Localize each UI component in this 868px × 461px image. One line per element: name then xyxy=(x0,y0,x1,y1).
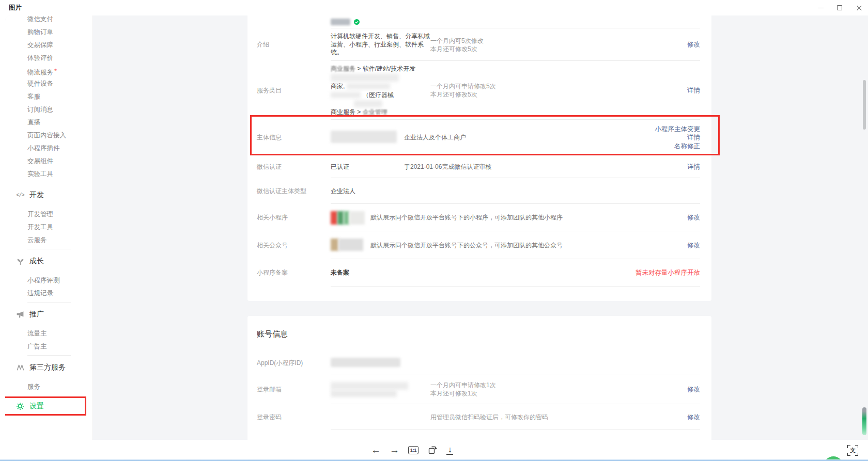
related-oa-desc: 默认展示同个微信开放平台账号下的公众号，可添加团队的其他公众号 xyxy=(370,241,563,250)
intro-note: 一个月内可5次修改 本月还可修改5次 xyxy=(430,37,484,53)
maximize-icon xyxy=(837,5,842,10)
sidebar-item-label: 小程序插件 xyxy=(27,145,60,152)
sidebar-item-交易保障[interactable]: 交易保障 xyxy=(5,39,92,52)
close-button[interactable] xyxy=(856,4,863,11)
sidebar-item-设置[interactable]: 设置 xyxy=(5,396,86,416)
email-modify-link[interactable]: 修改 xyxy=(687,385,700,394)
related-oa-logo-blurred xyxy=(331,239,370,252)
sidebar-item-直播[interactable]: 直播 xyxy=(5,116,92,129)
sidebar-item-小程序插件[interactable]: 小程序插件 xyxy=(5,142,92,155)
related-mp-label: 相关小程序 xyxy=(257,213,331,222)
login-password-row: 登录密码 用管理员微信扫码验证后，可修改你的密码 修改 xyxy=(247,404,711,430)
sidebar-item-开发工具[interactable]: 开发工具 xyxy=(5,221,92,234)
actual-size-button[interactable]: 1:1 xyxy=(408,446,419,454)
sidebar-divider xyxy=(27,249,71,249)
window-title: 图片 xyxy=(9,4,22,12)
subject-detail-link[interactable]: 详情 xyxy=(655,133,701,142)
verify-detail-link[interactable]: 详情 xyxy=(687,163,700,171)
sprout-icon xyxy=(16,257,24,265)
related-oa-label: 相关公众号 xyxy=(257,241,331,250)
intro-label: 介绍 xyxy=(257,40,331,49)
category-detail-link[interactable]: 详情 xyxy=(687,86,700,95)
sidebar-item-label: 服务 xyxy=(27,383,40,390)
sidebar-item-微信支付[interactable]: 微信支付 xyxy=(5,15,92,26)
subject-type: 企业法人及个体工商户 xyxy=(404,133,466,142)
sidebar-item-小程序评测[interactable]: 小程序评测 xyxy=(5,274,92,287)
sidebar-section-label: 第三方服务 xyxy=(29,363,66,372)
sidebar-item-违规记录[interactable]: 违规记录 xyxy=(5,287,92,300)
sidebar-item-成长[interactable]: 成长 xyxy=(5,253,92,269)
verify-type-value: 企业法人 xyxy=(331,187,430,196)
subject-links: 小程序主体变更 详情 名称修正 xyxy=(655,125,701,151)
maximize-button[interactable] xyxy=(836,4,844,11)
sidebar-item-label: 直播 xyxy=(27,119,40,126)
subject-info-row: 主体信息 企业法人及个体工商户 小程序主体变更 详情 名称修正 xyxy=(247,120,711,155)
related-oa-modify-link[interactable]: 修改 xyxy=(687,241,700,250)
sidebar-item-label: 开发工具 xyxy=(27,224,53,231)
category-blur-2 xyxy=(354,100,382,107)
login-email-row: 登录邮箱 一个月内可申请修改1次 本月还可修改1次 修改 xyxy=(247,374,711,404)
verify-type-label: 微信认证主体类型 xyxy=(257,187,331,196)
password-desc: 用管理员微信扫码验证后，可修改你的密码 xyxy=(430,413,548,421)
sidebar-item-购物订单[interactable]: 购物订单 xyxy=(5,26,92,39)
filing-warn-link[interactable]: 暂未对存量小程序开放 xyxy=(636,268,700,277)
email-note: 一个月内可申请修改1次 本月还可修改1次 xyxy=(430,381,496,398)
settings-card: 介绍 计算机软硬件开发、销售、分享私域 运营、小程序、行业案例、软件系 统。 一… xyxy=(247,15,711,301)
sidebar-item-订阅消息[interactable]: 订阅消息 xyxy=(5,103,92,116)
sidebar-item-云服务[interactable]: 云服务 xyxy=(5,234,92,247)
sidebar-item-label: 订阅消息 xyxy=(27,106,53,113)
sidebar-item-硬件设备[interactable]: 硬件设备 xyxy=(5,77,92,90)
sidebar-item-第三方服务[interactable]: 第三方服务 xyxy=(5,360,92,375)
sidebar-item-label: 交易保障 xyxy=(27,41,53,49)
sidebar-item-label: 小程序评测 xyxy=(27,277,60,284)
sidebar-divider xyxy=(27,355,71,356)
extract-text-icon[interactable]: 文 xyxy=(847,445,858,456)
image-viewer-window: 图片 微信支付购物订单交易保障体验评价物流服务*硬件设备客服订阅消息直播页面内容… xyxy=(0,0,868,461)
sidebar-item-label: 实验工具 xyxy=(27,170,53,178)
sidebar-item-label: 云服务 xyxy=(27,236,47,244)
sidebar-item-实验工具[interactable]: 实验工具 xyxy=(5,168,92,181)
password-label: 登录密码 xyxy=(257,413,331,422)
subject-name-fix-link[interactable]: 名称修正 xyxy=(655,142,701,151)
titlebar: 图片 xyxy=(0,0,868,15)
rotate-button[interactable] xyxy=(427,445,438,455)
verify-status: 已认证 xyxy=(331,163,404,171)
sidebar-item-label: 开发管理 xyxy=(27,211,53,218)
sidebar-item-推广[interactable]: 推广 xyxy=(5,307,92,322)
sidebar-item-label: 购物订单 xyxy=(27,28,53,36)
intro-value: 计算机软硬件开发、销售、分享私域 运营、小程序、行业案例、软件系 统。 xyxy=(331,33,430,57)
related-mp-desc: 默认展示同个微信开放平台账号下的小程序，可添加团队的其他小程序 xyxy=(370,213,563,222)
previous-image-button[interactable]: ← xyxy=(371,445,381,455)
download-button[interactable]: ↓ xyxy=(446,446,453,455)
sidebar-divider xyxy=(27,302,71,303)
sidebar-item-广告主[interactable]: 广告主 xyxy=(5,340,92,353)
scrollbar-thumb[interactable] xyxy=(863,80,866,130)
appid-label: AppID(小程序ID) xyxy=(257,359,331,368)
sidebar-section-label: 设置 xyxy=(29,402,44,411)
sidebar-item-客服[interactable]: 客服 xyxy=(5,90,92,103)
sidebar-item-流量主[interactable]: 流量主 xyxy=(5,327,92,340)
intro-modify-link[interactable]: 修改 xyxy=(687,40,700,49)
viewed-screenshot: 微信支付购物订单交易保障体验评价物流服务*硬件设备客服订阅消息直播页面内容接入小… xyxy=(5,15,868,440)
sidebar-item-服务[interactable]: 服务 xyxy=(5,380,92,393)
viewer-toolbar: ← → 1:1 ↓ xyxy=(371,442,453,458)
related-mp-modify-link[interactable]: 修改 xyxy=(687,213,700,222)
intro-row: 介绍 计算机软硬件开发、销售、分享私域 运营、小程序、行业案例、软件系 统。 一… xyxy=(247,28,711,61)
minimize-button[interactable] xyxy=(817,4,825,11)
subject-change-link[interactable]: 小程序主体变更 xyxy=(655,125,701,134)
category-value: 商业服务 > 软件/建站/技术开发 商家, （医疗器械 商业服务 > 企业管理 xyxy=(331,65,430,117)
category-blur-1 xyxy=(331,74,399,82)
sidebar-item-页面内容接入[interactable]: 页面内容接入 xyxy=(5,129,92,142)
sidebar-item-物流服务[interactable]: 物流服务* xyxy=(5,65,92,77)
sidebar-item-体验评价[interactable]: 体验评价 xyxy=(5,52,92,65)
filing-label: 小程序备案 xyxy=(257,268,331,277)
next-image-button[interactable]: → xyxy=(390,445,399,455)
sidebar-item-交易组件[interactable]: 交易组件 xyxy=(5,155,92,168)
password-modify-link[interactable]: 修改 xyxy=(687,413,700,422)
sidebar-item-开发管理[interactable]: 开发管理 xyxy=(5,208,92,221)
email-value-blurred xyxy=(331,382,408,390)
related-mp-logo-blurred xyxy=(331,211,370,225)
scrollbar-green-indicator[interactable] xyxy=(862,407,866,435)
filing-row: 小程序备案 未备案 暂未对存量小程序开放 xyxy=(247,259,711,287)
sidebar-item-开发[interactable]: </>开发 xyxy=(5,187,92,203)
